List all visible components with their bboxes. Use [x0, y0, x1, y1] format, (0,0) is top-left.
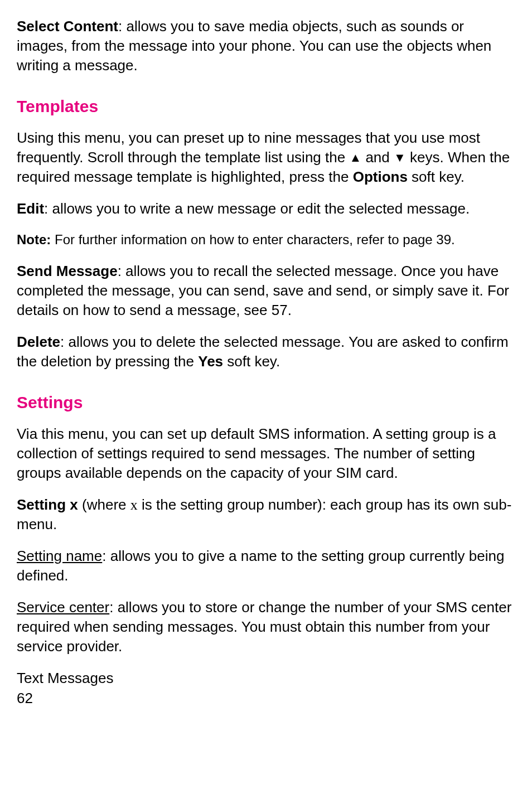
- templates-heading: Templates: [17, 95, 515, 118]
- templates-intro-paragraph: Using this menu, you can preset up to ni…: [17, 128, 515, 187]
- page-footer: Text Messages 62: [17, 669, 515, 708]
- setting-x-var: x: [130, 497, 138, 513]
- options-label: Options: [353, 168, 408, 185]
- down-arrow-icon: ▼: [394, 151, 406, 164]
- note-paragraph: Note: For further information on how to …: [17, 231, 515, 249]
- service-center-label: Service center: [17, 599, 109, 616]
- setting-name-paragraph: Setting name: allows you to give a name …: [17, 546, 515, 585]
- delete-text-2: soft key.: [223, 353, 280, 370]
- footer-page-number: 62: [17, 689, 515, 708]
- templates-text-2: and: [361, 149, 394, 166]
- settings-intro-paragraph: Via this menu, you can set up default SM…: [17, 424, 515, 483]
- up-arrow-icon: ▲: [349, 151, 361, 164]
- setting-name-label: Setting name: [17, 548, 102, 564]
- edit-label: Edit: [17, 200, 44, 217]
- delete-paragraph: Delete: allows you to delete the selecte…: [17, 332, 515, 371]
- send-message-paragraph: Send Message: allows you to recall the s…: [17, 262, 515, 320]
- yes-label: Yes: [198, 353, 223, 370]
- select-content-paragraph: Select Content: allows you to save media…: [17, 17, 515, 75]
- setting-x-label: Setting x: [17, 496, 78, 513]
- setting-x-paragraph: Setting x (where x is the setting group …: [17, 495, 515, 534]
- note-label: Note:: [17, 232, 51, 247]
- footer-section-label: Text Messages: [17, 669, 515, 688]
- note-text: For further information on how to enter …: [51, 232, 454, 247]
- settings-heading: Settings: [17, 391, 515, 414]
- templates-text-4: soft key.: [408, 168, 465, 185]
- edit-paragraph: Edit: allows you to write a new message …: [17, 199, 515, 219]
- select-content-label: Select Content: [17, 18, 118, 35]
- service-center-paragraph: Service center: allows you to store or c…: [17, 598, 515, 656]
- edit-text: : allows you to write a new message or e…: [44, 200, 470, 217]
- send-message-label: Send Message: [17, 263, 118, 279]
- setting-x-text-1: (where: [78, 496, 130, 513]
- delete-label: Delete: [17, 333, 60, 350]
